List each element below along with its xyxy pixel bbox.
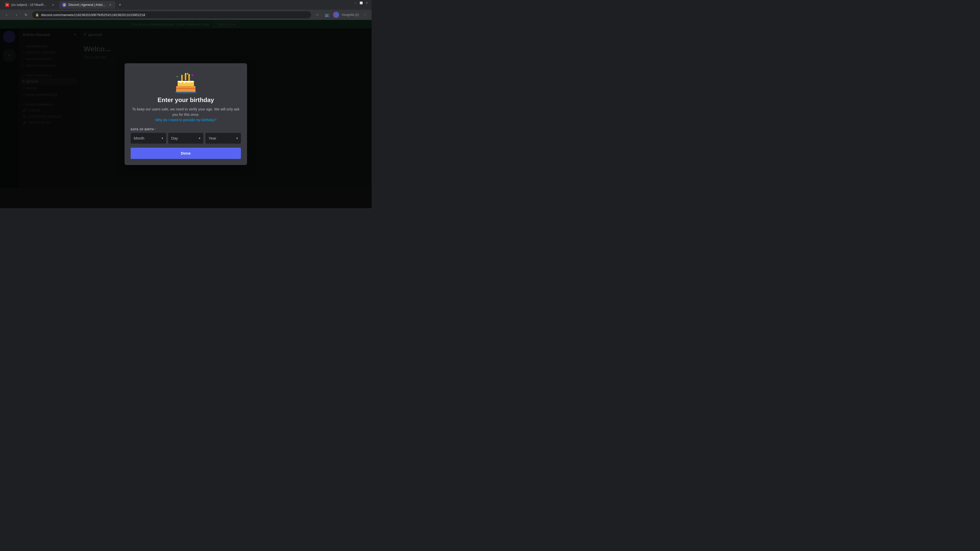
back-button[interactable]: ‹ (3, 11, 10, 18)
year-select-wrapper: Year202420232022202120202019201820172016… (205, 133, 241, 144)
birthday-modal: ✦ ✦ ✦ ✦ (124, 63, 247, 165)
minimize-button[interactable]: — (354, 1, 357, 5)
discord-favicon: ⚡ (62, 3, 66, 7)
svg-rect-13 (176, 88, 196, 89)
sparkle-left-icon: ✦ (176, 75, 178, 78)
maximize-button[interactable]: ⬜ (360, 1, 363, 5)
done-button[interactable]: Done (130, 148, 241, 159)
tab-discord-title: Discord | #general | Artists Disc... (68, 3, 106, 6)
modal-overlay: ✦ ✦ ✦ ✦ (0, 20, 372, 208)
tab-gmail-title: (no subject) - 1574ba45@gmail... (11, 3, 49, 6)
gmail-favicon: ✉ (5, 3, 9, 7)
day-select-wrapper: Day1234567891011121314151617181920212223… (168, 133, 204, 144)
month-select[interactable]: MonthJanuaryFebruaryMarchAprilMayJuneJul… (130, 133, 166, 144)
modal-title: Enter your birthday (158, 97, 214, 103)
address-bar[interactable]: 🔒 discord.com/channels/11823620100679352… (32, 11, 311, 18)
required-marker: * (155, 128, 156, 131)
dob-label: DATE OF BIRTH* (130, 128, 241, 131)
sparkle-center-icon: ✦ (186, 71, 189, 76)
address-bar-row: ‹ › ↻ 🔒 discord.com/channels/11823620100… (0, 10, 372, 20)
incognito-label: Incognito (2) (342, 13, 359, 17)
svg-point-10 (187, 81, 189, 83)
lock-icon: 🔒 (35, 13, 39, 17)
window-controls: — ⬜ ✕ (354, 1, 369, 5)
svg-point-11 (191, 81, 192, 83)
url-text: discord.com/channels/1182362010067935253… (41, 13, 145, 17)
tab-bar: ✉ (no subject) - 1574ba45@gmail... ✕ ⚡ D… (0, 0, 372, 10)
cake-illustration: ✦ ✦ ✦ ✦ (173, 71, 199, 94)
close-button[interactable]: ✕ (365, 1, 369, 5)
birthday-help-link[interactable]: Why do I need to provide my birthday? (155, 118, 216, 122)
new-tab-button[interactable]: + (116, 1, 124, 8)
svg-point-9 (183, 82, 186, 83)
sparkle-top-icon: ✦ (181, 73, 184, 78)
tab-discord[interactable]: ⚡ Discord | #general | Artists Disc... ✕ (59, 1, 115, 9)
cast-icon[interactable]: 📺 (323, 11, 331, 18)
svg-point-14 (175, 91, 197, 94)
modal-description: To keep our users safe, we need to verif… (130, 106, 241, 123)
tab-gmail-close[interactable]: ✕ (51, 3, 55, 7)
tab-discord-close[interactable]: ✕ (108, 3, 112, 7)
dob-selects: MonthJanuaryFebruaryMarchAprilMayJuneJul… (130, 133, 241, 144)
menu-icon[interactable]: ⋮ (361, 11, 369, 18)
day-select[interactable]: Day1234567891011121314151617181920212223… (168, 133, 204, 144)
browser-chrome: ✉ (no subject) - 1574ba45@gmail... ✕ ⚡ D… (0, 0, 372, 20)
svg-point-8 (180, 81, 182, 83)
sparkle-right-icon: ✦ (191, 73, 194, 78)
year-select[interactable]: Year202420232022202120202019201820172016… (205, 133, 241, 144)
month-select-wrapper: MonthJanuaryFebruaryMarchAprilMayJuneJul… (130, 133, 166, 144)
reload-button[interactable]: ↻ (22, 11, 30, 18)
bookmark-icon[interactable]: ☆ (313, 11, 321, 18)
tab-gmail[interactable]: ✉ (no subject) - 1574ba45@gmail... ✕ (2, 1, 58, 9)
discord-app: This is an unclaimed account. Claim it b… (0, 20, 372, 208)
profile-icon[interactable]: 👤 (333, 12, 339, 18)
forward-button[interactable]: › (13, 11, 20, 18)
